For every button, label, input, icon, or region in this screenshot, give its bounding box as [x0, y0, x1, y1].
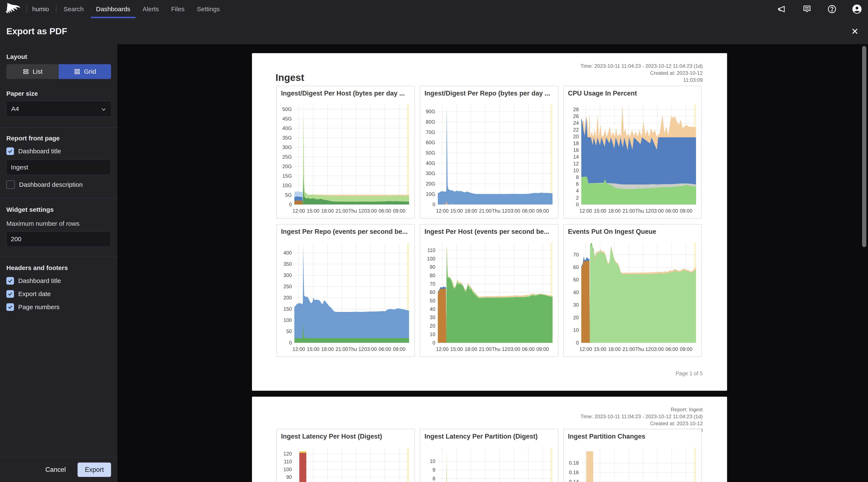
dashboard-description-checkbox-row[interactable]: Dashboard description: [6, 181, 111, 189]
svg-text:110: 110: [427, 247, 435, 253]
list-icon: [23, 68, 29, 75]
paper-size-select[interactable]: A4: [6, 101, 112, 117]
nav-item-files[interactable]: Files: [171, 0, 185, 18]
chart-card: Ingest/Digest Per Repo (bytes per day ..…: [420, 86, 558, 219]
checkbox-checked-icon[interactable]: [6, 290, 14, 298]
svg-text:30: 30: [430, 315, 435, 320]
user-avatar-icon[interactable]: [852, 4, 862, 14]
svg-text:60: 60: [573, 264, 579, 270]
nav-item-alerts[interactable]: Alerts: [143, 0, 159, 18]
scrollbar-thumb[interactable]: [862, 46, 866, 247]
export-button[interactable]: Export: [78, 462, 111, 477]
layout-section-label: Layout: [6, 53, 111, 60]
nav-separator: [56, 5, 56, 13]
svg-text:12:00: 12:00: [292, 208, 305, 214]
svg-text:150: 150: [283, 306, 292, 312]
svg-text:15:00: 15:00: [594, 346, 606, 352]
svg-text:20: 20: [430, 323, 435, 329]
chart-plot: 024681012141618202224262812:0015:0018:00…: [564, 101, 701, 217]
svg-text:400: 400: [283, 250, 292, 256]
dashboard-title-checkbox-row[interactable]: Dashboard title: [6, 148, 111, 155]
hf-dashboard-title-row[interactable]: Dashboard title: [6, 277, 111, 285]
svg-text:15:00: 15:00: [450, 346, 463, 352]
chart-title: Ingest/Digest Per Host (bytes per day ..…: [277, 86, 414, 97]
cancel-button[interactable]: Cancel: [45, 466, 66, 474]
svg-text:30G: 30G: [282, 144, 292, 150]
svg-text:06:00: 06:00: [378, 346, 391, 352]
svg-text:09:00: 09:00: [536, 208, 549, 214]
svg-text:18:00: 18:00: [465, 208, 477, 214]
chart-title: Ingest Latency Per Host (Digest): [277, 429, 414, 440]
nav-item-dashboards[interactable]: Dashboards: [96, 0, 130, 18]
paper-size-label: Paper size: [6, 90, 111, 97]
hf-page-numbers-row[interactable]: Page numbers: [6, 303, 111, 311]
svg-text:4: 4: [576, 188, 579, 194]
chart-title: Ingest Latency Per Partition (Digest): [420, 429, 558, 440]
chart-card: Events Put On Ingest Queue01020304050607…: [563, 224, 702, 357]
list-layout-label: List: [33, 68, 42, 75]
chart-plot: 05G10G15G20G25G30G35G40G45G50G12:0015:00…: [278, 101, 414, 217]
widget-settings-label: Widget settings: [6, 206, 111, 213]
svg-text:09:00: 09:00: [680, 208, 692, 214]
svg-text:0.18: 0.18: [569, 460, 579, 466]
svg-text:45G: 45G: [282, 116, 292, 121]
svg-text:40: 40: [573, 289, 579, 295]
svg-text:250: 250: [283, 284, 292, 289]
svg-text:21:00: 21:00: [622, 346, 635, 352]
svg-text:120: 120: [283, 451, 292, 456]
chart-card: Ingest Partition Changes00.020.040.060.0…: [563, 429, 702, 482]
page-meta-line: 11:03:09: [581, 76, 703, 84]
max-rows-input[interactable]: [6, 231, 111, 247]
hf-dashboard-title-label: Dashboard title: [18, 277, 61, 284]
nav-item-settings[interactable]: Settings: [197, 0, 220, 18]
crowdstrike-falcon-logo[interactable]: [5, 2, 22, 16]
nav-item-dashboards-label: Dashboards: [96, 5, 130, 13]
dialog-title: Export as PDF: [6, 26, 67, 36]
svg-text:10: 10: [430, 331, 435, 337]
dashboard-title-input[interactable]: [6, 160, 111, 175]
list-layout-button[interactable]: List: [6, 64, 59, 79]
dashboard-title-checkbox-label: Dashboard title: [18, 148, 61, 155]
page-1-meta: Time: 2023-10-11 11:04:23 - 2023-10-12 1…: [581, 62, 703, 84]
svg-text:03:00: 03:00: [651, 208, 664, 214]
checkbox-checked-icon[interactable]: [6, 277, 14, 285]
svg-text:0: 0: [289, 340, 292, 345]
svg-text:50: 50: [430, 298, 435, 303]
page-1-charts: Ingest/Digest Per Host (bytes per day ..…: [276, 86, 702, 357]
svg-text:0: 0: [433, 201, 435, 207]
svg-text:20: 20: [573, 315, 579, 320]
help-icon[interactable]: [827, 4, 837, 14]
svg-text:60G: 60G: [426, 139, 435, 145]
svg-text:09:00: 09:00: [536, 346, 549, 352]
sidebar-footer: Cancel Export: [0, 457, 117, 482]
svg-text:03:00: 03:00: [508, 346, 520, 352]
headers-footers-label: Headers and footers: [6, 264, 111, 271]
announcements-icon[interactable]: [777, 4, 787, 14]
svg-text:18:00: 18:00: [321, 346, 334, 352]
close-icon[interactable]: ✕: [849, 25, 861, 37]
feedback-icon[interactable]: [802, 4, 812, 14]
checkbox-unchecked-icon[interactable]: [6, 181, 15, 189]
svg-text:Thu 12: Thu 12: [348, 208, 364, 214]
checkbox-checked-icon[interactable]: [6, 148, 14, 155]
grid-layout-button[interactable]: Grid: [59, 64, 111, 79]
svg-text:15G: 15G: [282, 173, 292, 179]
brand-humio[interactable]: humio: [32, 0, 49, 18]
svg-text:21:00: 21:00: [622, 208, 635, 214]
checkbox-checked-icon[interactable]: [6, 303, 14, 311]
svg-text:80: 80: [430, 272, 435, 278]
nav-items: Search Dashboards Alerts Files Settings: [64, 0, 220, 18]
svg-text:10: 10: [430, 458, 435, 464]
active-tab-underline: [91, 17, 135, 18]
svg-text:12:00: 12:00: [579, 208, 592, 214]
svg-text:10: 10: [573, 327, 579, 333]
nav-item-search[interactable]: Search: [64, 0, 84, 18]
svg-text:300: 300: [283, 272, 292, 278]
svg-text:30G: 30G: [426, 170, 435, 176]
svg-text:06:00: 06:00: [665, 208, 678, 214]
svg-text:0.16: 0.16: [569, 469, 579, 475]
svg-text:40G: 40G: [426, 160, 435, 166]
svg-text:12:00: 12:00: [579, 346, 592, 352]
hf-export-date-row[interactable]: Export date: [6, 290, 111, 298]
svg-text:90: 90: [430, 264, 435, 270]
